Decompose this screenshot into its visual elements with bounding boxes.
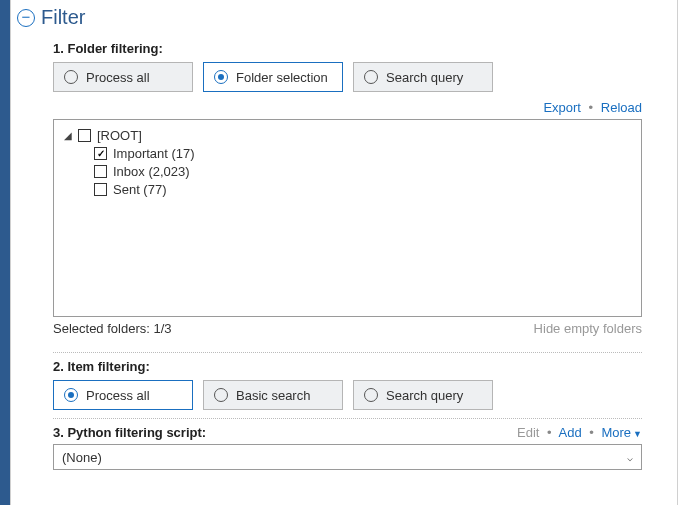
radio-icon — [364, 388, 378, 402]
item-opt-process-all[interactable]: Process all — [53, 380, 193, 410]
script-add-link[interactable]: Add — [559, 425, 582, 440]
script-edit-link[interactable]: Edit — [517, 425, 539, 440]
tree-item-label[interactable]: Inbox (2,023) — [113, 164, 190, 179]
bullet-separator: • — [589, 425, 594, 440]
tree-item-label[interactable]: Sent (77) — [113, 182, 166, 197]
radio-label: Search query — [386, 70, 463, 85]
export-link[interactable]: Export — [543, 100, 581, 115]
script-header-row: 3. Python filtering script: Edit • Add •… — [53, 425, 642, 440]
collapse-icon[interactable]: − — [17, 9, 35, 27]
radio-icon — [364, 70, 378, 84]
tree-expand-icon[interactable]: ◢ — [62, 130, 74, 141]
radio-label: Process all — [86, 70, 150, 85]
selected-folders-status: Selected folders: 1/3 — [53, 321, 172, 336]
script-links: Edit • Add • More▼ — [517, 425, 642, 440]
folder-opt-process-all[interactable]: Process all — [53, 62, 193, 92]
tree-item-checkbox[interactable] — [94, 147, 107, 160]
tree-item: Sent (77) — [62, 180, 633, 198]
item-filtering-section: 2. Item filtering: Process all Basic sea… — [11, 359, 670, 419]
folder-filtering-section: 1. Folder filtering: Process all Folder … — [11, 41, 670, 353]
script-more-link[interactable]: More▼ — [601, 425, 642, 440]
folder-opt-folder-selection[interactable]: Folder selection — [203, 62, 343, 92]
chevron-down-icon: ⌵ — [627, 452, 633, 463]
folder-tree[interactable]: ◢ [ROOT] Important (17) Inbox (2,023) Se… — [53, 119, 642, 317]
script-select[interactable]: (None) ⌵ — [53, 444, 642, 470]
folder-opt-search-query[interactable]: Search query — [353, 62, 493, 92]
bullet-separator: • — [547, 425, 552, 440]
tree-item: Important (17) — [62, 144, 633, 162]
tree-item: Inbox (2,023) — [62, 162, 633, 180]
tree-root-label[interactable]: [ROOT] — [97, 128, 142, 143]
item-filtering-options: Process all Basic search Search query — [53, 380, 642, 410]
tree-root-checkbox[interactable] — [78, 129, 91, 142]
radio-label: Folder selection — [236, 70, 328, 85]
panel-title: Filter — [41, 6, 85, 29]
radio-icon — [214, 70, 228, 84]
radio-label: Search query — [386, 388, 463, 403]
folder-filtering-options: Process all Folder selection Search quer… — [53, 62, 642, 92]
script-section: 3. Python filtering script: Edit • Add •… — [11, 425, 670, 470]
section-separator — [53, 352, 642, 353]
right-border — [670, 0, 678, 505]
folder-tree-links: Export • Reload — [53, 100, 642, 119]
script-selected-value: (None) — [62, 450, 102, 465]
tree-root-row: ◢ [ROOT] — [62, 126, 633, 144]
bullet-separator: • — [589, 100, 594, 115]
script-label: 3. Python filtering script: — [53, 425, 206, 440]
radio-label: Process all — [86, 388, 150, 403]
folder-tree-status-row: Selected folders: 1/3 Hide empty folders — [53, 317, 642, 346]
item-opt-basic-search[interactable]: Basic search — [203, 380, 343, 410]
radio-icon — [214, 388, 228, 402]
left-accent-bar — [0, 0, 10, 505]
tree-item-label[interactable]: Important (17) — [113, 146, 195, 161]
filter-panel: − Filter 1. Folder filtering: Process al… — [10, 0, 670, 505]
reload-link[interactable]: Reload — [601, 100, 642, 115]
tree-item-checkbox[interactable] — [94, 165, 107, 178]
folder-filtering-label: 1. Folder filtering: — [53, 41, 642, 56]
radio-label: Basic search — [236, 388, 310, 403]
chevron-down-icon: ▼ — [633, 429, 642, 439]
item-opt-search-query[interactable]: Search query — [353, 380, 493, 410]
section-separator — [53, 418, 642, 419]
radio-icon — [64, 70, 78, 84]
item-filtering-label: 2. Item filtering: — [53, 359, 642, 374]
tree-item-checkbox[interactable] — [94, 183, 107, 196]
panel-header: − Filter — [11, 4, 670, 35]
radio-icon — [64, 388, 78, 402]
hide-empty-folders-link[interactable]: Hide empty folders — [534, 321, 642, 336]
